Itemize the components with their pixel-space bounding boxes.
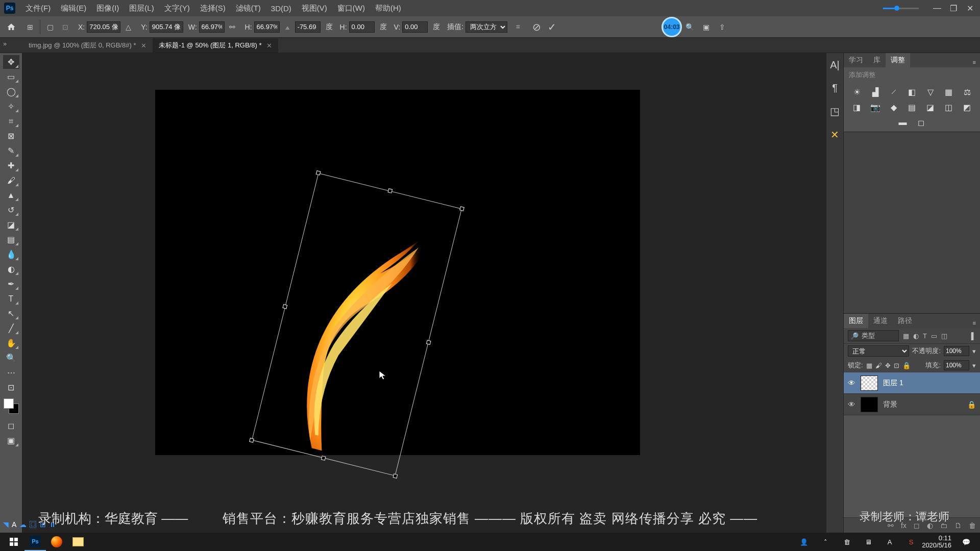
visibility-icon[interactable]: 👁 — [848, 379, 855, 387]
menu-view[interactable]: 视图(V) — [297, 4, 332, 13]
tray-up-icon[interactable]: ˄ — [815, 533, 836, 551]
threshold-icon[interactable]: ◩ — [962, 102, 973, 112]
filter-type-icon[interactable]: T — [923, 332, 927, 340]
angle-input[interactable] — [295, 21, 321, 33]
transform-selection[interactable] — [252, 173, 462, 476]
dropdown-icon[interactable]: ▾ — [972, 362, 976, 369]
opacity-input[interactable] — [944, 346, 969, 356]
exposure-icon[interactable]: ◧ — [906, 87, 918, 97]
tab-adjustments[interactable]: 调整 — [886, 53, 910, 67]
move-tool[interactable]: ✥ — [3, 55, 19, 69]
pen-tool[interactable]: ✒ — [3, 277, 19, 291]
brush-tool[interactable]: 🖌 — [3, 173, 19, 187]
transform-handle-br[interactable] — [393, 473, 398, 479]
transform-handle-bl[interactable] — [249, 438, 254, 443]
y-input[interactable] — [150, 21, 183, 33]
hskew-input[interactable] — [349, 21, 375, 33]
canvas[interactable] — [155, 90, 640, 455]
crop-tool[interactable]: ⌗ — [3, 114, 19, 128]
warp-mode-icon[interactable]: ⌗ — [512, 21, 524, 33]
blend-mode-select[interactable]: 正常 — [848, 345, 909, 357]
path-select-tool[interactable]: ↖ — [3, 307, 19, 320]
type-tool[interactable]: T — [3, 292, 19, 306]
layer-name[interactable]: 背景 — [883, 400, 897, 409]
tab-library[interactable]: 库 — [868, 53, 886, 67]
opacity-slider[interactable] — [883, 8, 919, 9]
delete-layer-icon[interactable]: 🗑 — [969, 521, 976, 530]
tabs-collapse-icon[interactable]: » — [3, 40, 7, 47]
photo-filter-icon[interactable]: 📷 — [870, 102, 881, 112]
maximize-button[interactable]: ❐ — [945, 4, 962, 13]
transform-handle-r[interactable] — [426, 340, 431, 345]
gradient-map-icon[interactable]: ▬ — [897, 117, 909, 128]
paragraph-panel-icon[interactable]: ¶ — [832, 82, 838, 94]
menu-help[interactable]: 帮助(H) — [370, 4, 406, 13]
start-button[interactable] — [3, 533, 24, 551]
taskbar-clock[interactable]: 0:11 2020/5/16 — [922, 535, 955, 549]
transform-handle-b[interactable] — [321, 456, 326, 461]
layer-style-icon[interactable]: fx — [901, 521, 906, 530]
panel-menu-icon[interactable]: ≡ — [969, 318, 980, 328]
vibrance-icon[interactable]: ▽ — [925, 87, 936, 97]
taskbar-firefox[interactable] — [46, 533, 67, 551]
character-panel-icon[interactable]: A| — [830, 59, 840, 71]
edit-toolbar[interactable]: ⋯ — [3, 366, 19, 380]
menu-file[interactable]: 文件(F) — [20, 4, 56, 13]
close-button[interactable]: ✕ — [962, 4, 978, 13]
canvas-area[interactable] — [22, 53, 826, 533]
document-tab-1[interactable]: timg.jpg @ 100% (图层 0, RGB/8#) * ✕ — [22, 38, 153, 53]
brightness-icon[interactable]: ☀ — [851, 87, 863, 97]
menu-type[interactable]: 文字(Y) — [159, 4, 195, 13]
layer-thumbnail[interactable] — [861, 397, 878, 412]
tab-close-icon[interactable]: ✕ — [141, 42, 146, 49]
clone-stamp-tool[interactable]: ▲ — [3, 188, 19, 202]
edit-toolbar2[interactable]: ⊡ — [3, 381, 19, 394]
frame-tool[interactable]: ⊠ — [3, 129, 19, 143]
workspace-icon[interactable]: ▣ — [700, 21, 712, 33]
x-input[interactable] — [87, 21, 120, 33]
lock-pixels-icon[interactable]: 🖌 — [875, 362, 882, 369]
commit-transform-icon[interactable]: ✓ — [546, 21, 557, 33]
eyedropper-tool[interactable]: ✎ — [3, 144, 19, 158]
menu-layer[interactable]: 图层(L) — [124, 4, 159, 13]
hand-tool[interactable]: ✋ — [3, 336, 19, 350]
lock-transparency-icon[interactable]: ▦ — [866, 362, 872, 369]
tab-paths[interactable]: 路径 — [893, 314, 917, 328]
share-icon[interactable]: ⇪ — [717, 21, 728, 33]
posterize-icon[interactable]: ◫ — [943, 102, 954, 112]
tray-icon-1[interactable]: 🗑 — [836, 533, 857, 551]
taskbar-photoshop[interactable]: Ps — [24, 533, 46, 551]
fill-input[interactable] — [944, 360, 969, 370]
hue-icon[interactable]: ▦ — [943, 87, 954, 97]
layer-name[interactable]: 图层 1 — [883, 379, 903, 388]
layer-item-1[interactable]: 👁 图层 1 — [844, 372, 980, 394]
balance-icon[interactable]: ⚖ — [962, 87, 973, 97]
transform-handle-tr[interactable] — [459, 206, 464, 211]
lasso-tool[interactable]: ◯ — [3, 85, 19, 98]
tab-learn[interactable]: 学习 — [844, 53, 868, 67]
layer-mask-icon[interactable]: ◻ — [914, 521, 920, 530]
adjustment-layer-icon[interactable]: ◐ — [927, 521, 933, 530]
cancel-transform-icon[interactable]: ⊘ — [531, 21, 542, 33]
menu-window[interactable]: 窗口(W) — [332, 4, 370, 13]
channel-mixer-icon[interactable]: ◆ — [888, 102, 899, 112]
menu-filter[interactable]: 滤镜(T) — [231, 4, 266, 13]
h-input[interactable] — [254, 21, 280, 33]
dropdown-icon[interactable]: ▾ — [972, 347, 976, 355]
vskew-input[interactable] — [402, 21, 428, 33]
gradient-tool[interactable]: ▤ — [3, 233, 19, 246]
marquee-tool[interactable]: ▭ — [3, 70, 19, 84]
tab-channels[interactable]: 通道 — [868, 314, 893, 328]
visibility-icon[interactable]: 👁 — [848, 400, 855, 409]
menu-edit[interactable]: 编辑(E) — [56, 4, 91, 13]
people-icon[interactable]: 👤 — [793, 533, 815, 551]
levels-icon[interactable]: ▟ — [870, 87, 881, 97]
document-tab-2[interactable]: 未标题-1 @ 50% (图层 1, RGB/8) * ✕ — [153, 38, 278, 53]
selective-color-icon[interactable]: ◻ — [916, 117, 927, 128]
notifications-icon[interactable]: 💬 — [955, 533, 977, 551]
quick-mask-icon[interactable]: ◻ — [3, 419, 19, 433]
minimize-button[interactable]: — — [929, 4, 945, 13]
lock-artboard-icon[interactable]: ⊡ — [894, 362, 899, 369]
screen-mode-icon[interactable]: ▣ — [3, 434, 19, 447]
curves-icon[interactable]: ⟋ — [888, 87, 899, 97]
